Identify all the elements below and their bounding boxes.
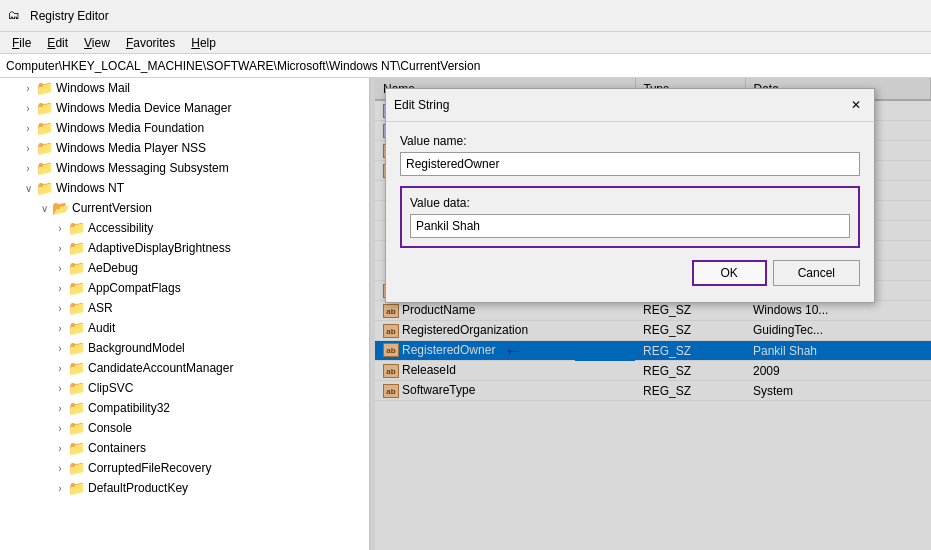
cancel-button[interactable]: Cancel: [773, 260, 860, 286]
expand-icon: ›: [52, 323, 68, 334]
folder-icon: 📁: [68, 262, 84, 275]
app-title: Registry Editor: [30, 9, 109, 23]
folder-icon: 📁: [68, 442, 84, 455]
tree-item-aedebug[interactable]: › 📁 AeDebug: [0, 258, 369, 278]
folder-icon: 📁: [68, 342, 84, 355]
tree-item-asr[interactable]: › 📁 ASR: [0, 298, 369, 318]
tree-item-windows-media-foundation[interactable]: › 📁 Windows Media Foundation: [0, 118, 369, 138]
tree-item-accessibility[interactable]: › 📁 Accessibility: [0, 218, 369, 238]
menu-view[interactable]: View: [76, 34, 118, 52]
folder-icon: 📁: [68, 402, 84, 415]
folder-icon: 📁: [36, 142, 52, 155]
menu-file[interactable]: File: [4, 34, 39, 52]
tree-item-windows-media-player-nss[interactable]: › 📁 Windows Media Player NSS: [0, 138, 369, 158]
address-bar: Computer\HKEY_LOCAL_MACHINE\SOFTWARE\Mic…: [0, 54, 931, 78]
tree-item-appcompat[interactable]: › 📁 AppCompatFlags: [0, 278, 369, 298]
tree-panel[interactable]: › 📁 Windows Mail › 📁 Windows Media Devic…: [0, 78, 370, 550]
tree-item-background-model[interactable]: › 📁 BackgroundModel: [0, 338, 369, 358]
tree-item-windows-nt[interactable]: ∨ 📁 Windows NT: [0, 178, 369, 198]
value-data-section: Value data:: [400, 186, 860, 248]
value-name-label: Value name:: [400, 134, 860, 148]
dialog-overlay: Edit String ✕ Value name: Value data: OK…: [375, 78, 931, 550]
expand-icon: ›: [52, 283, 68, 294]
folder-icon: 📁: [68, 382, 84, 395]
expand-icon: ›: [52, 403, 68, 414]
expand-icon: ›: [20, 103, 36, 114]
tree-item-clipsvc[interactable]: › 📁 ClipSVC: [0, 378, 369, 398]
tree-item-candidate-account[interactable]: › 📁 CandidateAccountManager: [0, 358, 369, 378]
folder-icon: 📁: [36, 182, 52, 195]
folder-icon: 📁: [68, 302, 84, 315]
expand-icon: ›: [52, 243, 68, 254]
folder-icon: 📁: [68, 242, 84, 255]
title-bar: 🗂 Registry Editor: [0, 0, 931, 32]
expand-icon: ›: [52, 363, 68, 374]
value-data-label: Value data:: [410, 196, 850, 210]
folder-icon: 📁: [36, 102, 52, 115]
folder-icon: 📁: [36, 162, 52, 175]
ok-button[interactable]: OK: [692, 260, 767, 286]
edit-string-dialog: Edit String ✕ Value name: Value data: OK…: [385, 88, 875, 303]
expand-icon: ›: [52, 223, 68, 234]
folder-icon: 📁: [68, 462, 84, 475]
menu-help[interactable]: Help: [183, 34, 224, 52]
expand-icon: ›: [20, 163, 36, 174]
tree-item-corrupted-file[interactable]: › 📁 CorruptedFileRecovery: [0, 458, 369, 478]
dialog-buttons: OK Cancel: [400, 260, 860, 290]
tree-item-current-version[interactable]: ∨ 📂 CurrentVersion: [0, 198, 369, 218]
tree-item-windows-media-device[interactable]: › 📁 Windows Media Device Manager: [0, 98, 369, 118]
expand-icon: ›: [20, 143, 36, 154]
folder-icon: 📁: [68, 362, 84, 375]
app-icon: 🗂: [8, 8, 24, 24]
dialog-title-bar: Edit String ✕: [386, 89, 874, 122]
folder-icon: 📁: [68, 422, 84, 435]
folder-icon: 📁: [36, 122, 52, 135]
tree-item-windows-mail[interactable]: › 📁 Windows Mail: [0, 78, 369, 98]
expand-icon: ›: [52, 463, 68, 474]
folder-icon: 📁: [68, 282, 84, 295]
folder-icon: 📁: [68, 222, 84, 235]
dialog-close-button[interactable]: ✕: [846, 95, 866, 115]
expand-icon: ›: [52, 383, 68, 394]
tree-item-console[interactable]: › 📁 Console: [0, 418, 369, 438]
expand-icon: ›: [52, 423, 68, 434]
dialog-title: Edit String: [394, 98, 449, 112]
right-panel: Name Type Data bDigitalProductId REG_BIN…: [375, 78, 931, 550]
expand-icon: ›: [52, 343, 68, 354]
value-data-input[interactable]: [410, 214, 850, 238]
address-path: Computer\HKEY_LOCAL_MACHINE\SOFTWARE\Mic…: [6, 59, 480, 73]
expand-icon: ›: [20, 123, 36, 134]
tree-item-audit[interactable]: › 📁 Audit: [0, 318, 369, 338]
expand-icon: ›: [52, 483, 68, 494]
expand-icon: ›: [52, 263, 68, 274]
expand-icon: ∨: [20, 183, 36, 194]
tree-item-compat32[interactable]: › 📁 Compatibility32: [0, 398, 369, 418]
main-content: › 📁 Windows Mail › 📁 Windows Media Devic…: [0, 78, 931, 550]
tree-item-adaptive-display[interactable]: › 📁 AdaptiveDisplayBrightness: [0, 238, 369, 258]
open-folder-icon: 📂: [52, 202, 68, 215]
expand-icon: ›: [52, 303, 68, 314]
value-name-input[interactable]: [400, 152, 860, 176]
expand-icon: ›: [20, 83, 36, 94]
menu-edit[interactable]: Edit: [39, 34, 76, 52]
folder-icon: 📁: [68, 482, 84, 495]
expand-icon: ∨: [36, 203, 52, 214]
tree-item-default-product-key[interactable]: › 📁 DefaultProductKey: [0, 478, 369, 498]
menu-bar: File Edit View Favorites Help: [0, 32, 931, 54]
tree-item-containers[interactable]: › 📁 Containers: [0, 438, 369, 458]
expand-icon: ›: [52, 443, 68, 454]
folder-icon: 📁: [36, 82, 52, 95]
menu-favorites[interactable]: Favorites: [118, 34, 183, 52]
dialog-body: Value name: Value data: OK Cancel: [386, 122, 874, 302]
tree-item-windows-messaging[interactable]: › 📁 Windows Messaging Subsystem: [0, 158, 369, 178]
folder-icon: 📁: [68, 322, 84, 335]
